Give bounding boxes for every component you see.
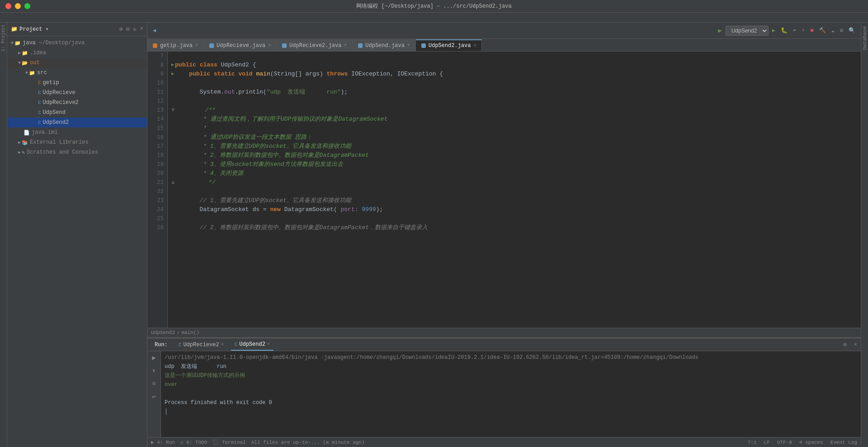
tab-getip[interactable]: getip.java × [147,39,204,51]
tree-label: java.iml [32,129,58,136]
breadcrumb: UdpSend2 › main() [147,328,861,338]
tab-close-udprecieve[interactable]: × [268,43,271,48]
main-sig: (String[] args) [270,70,327,79]
tree-item-out[interactable]: ▼ 📂 out [7,58,147,68]
settings-button[interactable]: ⚙ [838,26,845,35]
kw-class: class [200,61,221,70]
status-left: ▶ 4: Run ☑ 6: TODO ⬛ Terminal All files … [151,439,365,445]
run-button[interactable]: ▶ [770,26,777,35]
build-button[interactable]: 🔨 [817,26,828,35]
tree-item-udpsend2[interactable]: C UdpSend2 [7,118,147,127]
code-line-25 [171,214,857,223]
settings-icon[interactable]: ⚙ [119,26,123,33]
tree-label: UdpRecieve2 [43,99,79,106]
class-icon: C [38,120,41,125]
filter-icon[interactable]: ≡ [151,379,156,388]
tree-item-java[interactable]: ▼ 📁 java ~/Desktop/java [7,38,147,48]
status-position[interactable]: 7:1 [748,440,757,445]
todo-icon[interactable]: ☑ 6: TODO [180,439,207,445]
bottom-tab-icon-udpsend2: C [235,342,238,347]
event-log-icon[interactable]: Event Log [830,440,857,445]
run-gutter-8[interactable]: ▶ [171,61,174,70]
tree-item-scratches[interactable]: ▶ ✎ Scratches and Consoles [7,147,147,157]
status-encoding[interactable]: UTF-8 [777,440,792,445]
comment-23: // 1、需要先建立UDP的socket。它具备发送和接收功能 [171,196,351,205]
toolbar-back[interactable]: ◀ [151,26,158,35]
database-tab[interactable]: Database [861,23,868,54]
tab-close-udpsend[interactable]: × [407,43,410,48]
tree-label: UdpSend [43,109,66,116]
run-status-icon[interactable]: ▶ 4: Run [151,439,175,445]
class-icon: C [38,100,41,105]
run-again-icon[interactable]: ▶ [151,353,156,362]
fold-indicator-13[interactable]: ▼ [171,106,175,115]
terminal-icon[interactable]: ⬛ Terminal [212,439,245,445]
maximize-button[interactable] [24,3,30,9]
search-button[interactable]: 🔍 [847,26,857,35]
folder-icon: 📁 [29,70,35,76]
close-panel-icon[interactable]: × [140,26,143,33]
layout-icon[interactable]: ⊟ [126,26,129,33]
tab-udpsend[interactable]: UdpSend.java × [353,39,415,51]
tree-item-idea[interactable]: ▶ 📁 .idea [7,48,147,58]
expand-arrow: ▶ [18,50,21,56]
bottom-tab-label-udpsend2: UdpSend2 [239,341,265,348]
close-button[interactable] [5,3,11,9]
tab-icon-getip [153,43,157,48]
close-bottom-icon[interactable]: × [854,342,857,348]
bottom-tab-close-udpsend2[interactable]: × [267,342,270,347]
class-icon: C [38,110,41,115]
bottom-tab-udprecieve2[interactable]: C UdpRecieve2 × [175,339,227,351]
console-line-test: 这是一个测试UDP传输方式的示例 [165,371,857,380]
console-output[interactable]: /usr/lib/jvm/java-1.11.0-openjdk-amd64/b… [161,351,861,437]
folder-open-icon: 📂 [22,60,28,66]
tab-udprecieve[interactable]: UdpRecieve.java × [204,39,277,51]
status-bar: ▶ 4: Run ☑ 6: TODO ⬛ Terminal All files … [147,437,861,447]
tree-item-udpsend[interactable]: C UdpSend [7,108,147,118]
coverage-button[interactable]: ☂ [791,26,798,35]
port-num: 9999 [359,205,376,214]
bottom-sidebar: ▶ ⬆ ≡ ↩ [147,351,161,437]
status-indent[interactable]: LF [764,440,770,445]
project-tab-vertical[interactable]: 1: Project [1,23,6,53]
settings-icon-bottom[interactable]: ⚙ [844,341,847,348]
tab-udprecieve2[interactable]: UdpRecieve2.java × [277,39,353,51]
bottom-tab-close-udprecieve2[interactable]: × [221,342,224,347]
tab-close-getip[interactable]: × [195,43,198,48]
main-layout: 1: Project 📁 Project ▾ ⚙ ⊟ ↻ × ▼ 📁 java … [0,23,868,447]
tree-item-getip[interactable]: C getip [7,78,147,88]
profile-button[interactable]: ⚡ [800,26,807,35]
breadcrumb-main[interactable]: main() [181,330,199,335]
bottom-tab-udpsend2[interactable]: C UdpSend2 × [231,339,274,351]
tree-item-external-libs[interactable]: ▶ 📚 External Libraries [7,137,147,147]
run-icon[interactable]: ▶ [716,26,723,35]
tree-label: UdpRecieve [43,89,75,96]
sync-icon[interactable]: ↻ [133,26,137,33]
tab-close-udprecieve2[interactable]: × [344,43,347,48]
fold-indicator-21[interactable]: ▲ [171,178,175,187]
expand-arrow: ▼ [25,71,28,75]
stop-button[interactable]: ■ [808,27,815,35]
debug-button[interactable]: 🐛 [779,26,789,35]
tree-item-udprecieve2[interactable]: C UdpRecieve2 [7,98,147,108]
minimize-button[interactable] [15,3,21,9]
tab-close-udpsend2[interactable]: × [473,43,476,48]
breadcrumb-udpsend2[interactable]: UdpSend2 [151,330,175,335]
code-line-24: DatagramSocket ds = new DatagramSocket( … [171,205,857,214]
code-content[interactable]: ▶ public class UdpSend2 { ▶ public stati… [168,52,861,328]
wrap-icon[interactable]: ↩ [151,392,156,401]
code-line-14: * 通过查阅文档，了解到用于UDP传输协议的对象是DatagramSocket [171,115,857,124]
code-line-15: * [171,124,857,133]
tree-item-src[interactable]: ▼ 📁 src [7,68,147,78]
tab-label-udpsend: UdpSend.java [365,42,404,49]
status-spaces[interactable]: 4 spaces [799,440,823,445]
project-tree: ▼ 📁 java ~/Desktop/java ▶ 📁 .idea ▼ 📂 ou… [7,36,147,447]
deploy-button[interactable]: ☁ [830,26,836,35]
tree-item-java-iml[interactable]: 📄 java.iml [7,127,147,137]
run-config-selector[interactable]: UdpSend2 [726,26,769,36]
right-strip: Database [861,23,868,447]
tree-item-udprecieve[interactable]: C UdpRecieve [7,88,147,98]
tab-udpsend2[interactable]: UdpSend2.java × [416,39,482,51]
run-gutter-9[interactable]: ▶ [171,70,174,79]
scroll-top-icon[interactable]: ⬆ [151,366,156,376]
